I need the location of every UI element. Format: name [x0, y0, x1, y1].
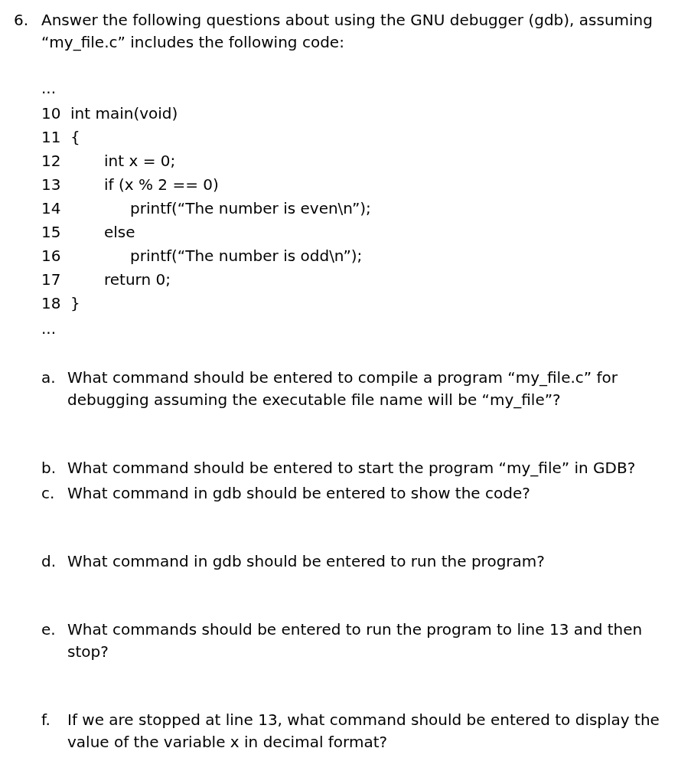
- question-prompt: Answer the following questions about usi…: [41, 9, 674, 54]
- subquestion-marker: c.: [41, 482, 67, 505]
- subquestion-marker: a.: [41, 367, 67, 389]
- line-number: 15: [41, 220, 70, 244]
- line-number: 10: [41, 102, 70, 126]
- code-text: int x = 0;: [70, 149, 175, 173]
- question-number: 6.: [14, 9, 41, 31]
- code-listing: ... 10int main(void)11{12int x = 0;13if …: [41, 75, 691, 342]
- subquestion-list: a.What command should be entered to comp…: [41, 367, 691, 784]
- subquestion-text: If we are stopped at line 13, what comma…: [67, 709, 691, 753]
- subquestion-marker: f.: [41, 709, 67, 731]
- code-ellipsis-bottom: ...: [41, 315, 691, 342]
- code-text: else: [70, 220, 135, 244]
- subquestion-marker: d.: [41, 550, 67, 573]
- code-line: 17return 0;: [41, 268, 691, 292]
- code-text: int main(void): [70, 102, 178, 126]
- line-number: 18: [41, 292, 70, 315]
- code-line: 18}: [41, 292, 691, 315]
- subquestion: c.What command in gdb should be entered …: [41, 482, 691, 505]
- line-number: 17: [41, 268, 70, 292]
- subquestion-text: What command in gdb should be entered to…: [67, 550, 691, 573]
- subquestion: a.What command should be entered to comp…: [41, 367, 691, 411]
- code-line: 11{: [41, 126, 691, 149]
- subquestion-text: What command should be entered to compil…: [67, 367, 691, 411]
- code-text: return 0;: [70, 268, 171, 292]
- code-ellipsis-top: ...: [41, 75, 691, 102]
- code-line: 10int main(void): [41, 102, 691, 126]
- line-number: 14: [41, 197, 70, 220]
- document-page: 6. Answer the following questions about …: [0, 0, 691, 784]
- subquestion-marker: b.: [41, 457, 67, 479]
- code-text: {: [70, 126, 80, 149]
- code-text: }: [70, 292, 80, 315]
- code-line: 13if (x % 2 == 0): [41, 173, 691, 197]
- code-line: 12int x = 0;: [41, 149, 691, 173]
- subquestion: f.If we are stopped at line 13, what com…: [41, 709, 691, 753]
- code-text: printf(“The number is even\n”);: [70, 197, 371, 220]
- line-number: 11: [41, 126, 70, 149]
- subquestion-text: What command in gdb should be entered to…: [67, 482, 691, 505]
- code-text: printf(“The number is odd\n”);: [70, 244, 362, 268]
- code-line: 16printf(“The number is odd\n”);: [41, 244, 691, 268]
- subquestion: e.What commands should be entered to run…: [41, 619, 691, 663]
- subquestion: d.What command in gdb should be entered …: [41, 550, 691, 573]
- subquestion-marker: e.: [41, 619, 67, 641]
- line-number: 13: [41, 173, 70, 197]
- subquestion-text: What command should be entered to start …: [67, 457, 691, 479]
- subquestion-text: What commands should be entered to run t…: [67, 619, 691, 663]
- line-number: 16: [41, 244, 70, 268]
- code-text: if (x % 2 == 0): [70, 173, 219, 197]
- main-question: 6. Answer the following questions about …: [0, 9, 691, 54]
- line-number: 12: [41, 149, 70, 173]
- subquestion: b.What command should be entered to star…: [41, 457, 691, 479]
- code-line: 14printf(“The number is even\n”);: [41, 197, 691, 220]
- code-line: 15else: [41, 220, 691, 244]
